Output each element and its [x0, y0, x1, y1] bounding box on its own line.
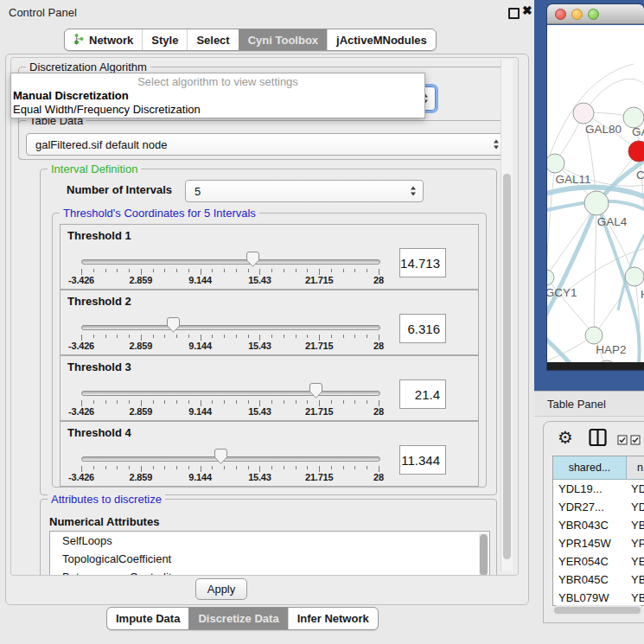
tick-mark	[259, 335, 260, 341]
tick-mark	[212, 466, 213, 469]
tick-mark	[296, 466, 296, 469]
slider-track[interactable]	[81, 456, 380, 462]
tick-mark	[271, 400, 272, 404]
tick-mark	[201, 269, 201, 275]
network-edge[interactable]	[594, 203, 596, 335]
tab-infer-network[interactable]: Infer Network	[288, 608, 378, 629]
minimize-traffic-light-icon[interactable]	[571, 9, 583, 20]
attribute-list-item[interactable]: BetweennessCentrality	[50, 568, 489, 576]
tick-mark	[105, 400, 106, 404]
float-window-icon[interactable]	[508, 8, 520, 19]
cell-shared-name[interactable]: YDR27...	[553, 498, 627, 516]
network-edge[interactable]	[547, 163, 555, 277]
tick-mark	[212, 335, 213, 338]
table-row[interactable]: YDR27...YDR2	[553, 498, 644, 516]
network-node-label: GCY1	[547, 286, 577, 299]
checkbox-checked-icon[interactable]	[630, 433, 641, 449]
table-row[interactable]: YBR045CYBR0	[553, 571, 644, 589]
dropdown-placeholder-option[interactable]: Select algorithm to view settings	[11, 75, 424, 89]
dropdown-option-equal-width[interactable]: Equal Width/Frequency Discretization	[11, 103, 424, 117]
table-row[interactable]: YER054CYER0	[553, 552, 644, 571]
tick-mark	[201, 466, 201, 472]
slider-track[interactable]	[81, 325, 380, 330]
tick-label: 2.859	[130, 406, 153, 417]
tick-mark	[331, 400, 332, 404]
network-node[interactable]	[547, 270, 554, 285]
table-row[interactable]: YPR145WYPR1	[553, 534, 644, 552]
tab-impute-data[interactable]: Impute Data	[107, 608, 188, 629]
list-scrollbar[interactable]	[479, 532, 488, 576]
tab-discretize-data[interactable]: Discretize Data	[188, 608, 287, 629]
interval-definition-group: Interval Definition Number of Intervals …	[40, 169, 497, 495]
network-node[interactable]	[573, 103, 594, 124]
tab-style[interactable]: Style	[142, 29, 187, 50]
tab-network[interactable]: Network	[65, 29, 142, 50]
columns-icon[interactable]	[589, 428, 607, 450]
cell-shared-name[interactable]: YDL19...	[553, 480, 627, 498]
threshold-value-field[interactable]: 11.344	[399, 445, 446, 475]
slider-thumb[interactable]	[309, 383, 322, 399]
cell-name[interactable]: YER0	[627, 552, 644, 571]
threshold-value-field[interactable]: 21.4	[399, 379, 446, 409]
cell-name[interactable]: YPR1	[627, 534, 644, 552]
table-scrollbar-thumb[interactable]	[554, 607, 641, 614]
slider-thumb[interactable]	[246, 252, 259, 267]
table-row[interactable]: YDL19...YDL1	[553, 480, 644, 498]
panel-scrollbar[interactable]	[501, 60, 513, 571]
cell-name[interactable]: YDR2	[627, 498, 644, 516]
zoom-traffic-light-icon[interactable]	[588, 9, 599, 20]
attribute-list-item[interactable]: TopologicalCoefficient	[50, 550, 489, 568]
dropdown-option-manual[interactable]: Manual Discretization	[11, 89, 424, 103]
slider-track[interactable]	[81, 259, 380, 265]
threshold-value-field[interactable]: 14.713	[399, 248, 446, 277]
cell-shared-name[interactable]: YPR145W	[553, 534, 627, 552]
network-node[interactable]	[547, 154, 564, 173]
numerical-attributes-list[interactable]: SelfLoopsTopologicalCoefficientBetweenne…	[49, 531, 490, 576]
checkbox-checked-icon[interactable]	[617, 433, 628, 449]
close-icon[interactable]: ✖	[522, 3, 532, 17]
tick-label: -3.426	[68, 472, 94, 482]
tick-label: 28	[373, 406, 384, 417]
network-thick-edge[interactable]	[547, 205, 596, 321]
network-node[interactable]	[584, 191, 609, 215]
attribute-list-item[interactable]: SelfLoops	[50, 532, 489, 550]
cell-shared-name[interactable]: YBR043C	[553, 516, 627, 534]
threshold-value-field[interactable]: 6.316	[399, 314, 446, 343]
cell-shared-name[interactable]: YBR045C	[553, 571, 627, 589]
network-canvas[interactable]: GAL80GAL4GAL11GCY1HAP2GACH	[547, 25, 644, 362]
gear-icon[interactable]: ⚙	[558, 427, 573, 448]
cell-name[interactable]: YBR0	[627, 516, 644, 534]
close-traffic-light-icon[interactable]	[555, 9, 566, 20]
network-node-label: HAP2	[596, 343, 626, 356]
cell-shared-name[interactable]: YER054C	[553, 552, 627, 571]
tick-mark	[93, 466, 94, 469]
tick-label: 15.43	[248, 341, 271, 351]
slider-thumb[interactable]	[214, 449, 227, 464]
network-thick-edge[interactable]	[547, 336, 570, 362]
cell-name[interactable]: YBR0	[627, 571, 644, 589]
cell-name[interactable]: YBL0	[627, 589, 644, 606]
list-scrollbar-thumb[interactable]	[480, 534, 488, 576]
column-header-shared-name[interactable]: shared...	[553, 456, 627, 479]
table-row[interactable]: YBR043CYBR0	[553, 516, 644, 534]
network-window-titlebar[interactable]	[547, 4, 644, 24]
tab-select[interactable]: Select	[187, 29, 238, 50]
cell-shared-name[interactable]: YBL079W	[553, 589, 627, 606]
column-header-name[interactable]: n	[627, 456, 644, 479]
network-node[interactable]	[585, 327, 603, 344]
tick-mark	[296, 400, 296, 404]
slider-thumb[interactable]	[167, 317, 180, 333]
table-row[interactable]: YBL079WYBL0	[553, 589, 644, 606]
table-horizontal-scrollbar[interactable]	[552, 605, 644, 615]
network-node[interactable]	[625, 267, 644, 286]
tick-label: 2.859	[130, 341, 153, 351]
cell-name[interactable]: YDL1	[627, 480, 644, 498]
tab-cyni-toolbox[interactable]: Cyni Toolbox	[239, 29, 327, 50]
slider-track[interactable]	[81, 391, 380, 396]
num-intervals-combobox[interactable]: 5	[185, 180, 424, 202]
tab-jactivemnodules[interactable]: jActiveMNodules	[327, 29, 436, 50]
apply-button[interactable]: Apply	[195, 578, 247, 600]
table-data-combobox[interactable]: galFiltered.sif default node	[26, 133, 507, 156]
network-edge[interactable]	[594, 277, 634, 335]
panel-scrollbar-thumb[interactable]	[503, 174, 511, 559]
